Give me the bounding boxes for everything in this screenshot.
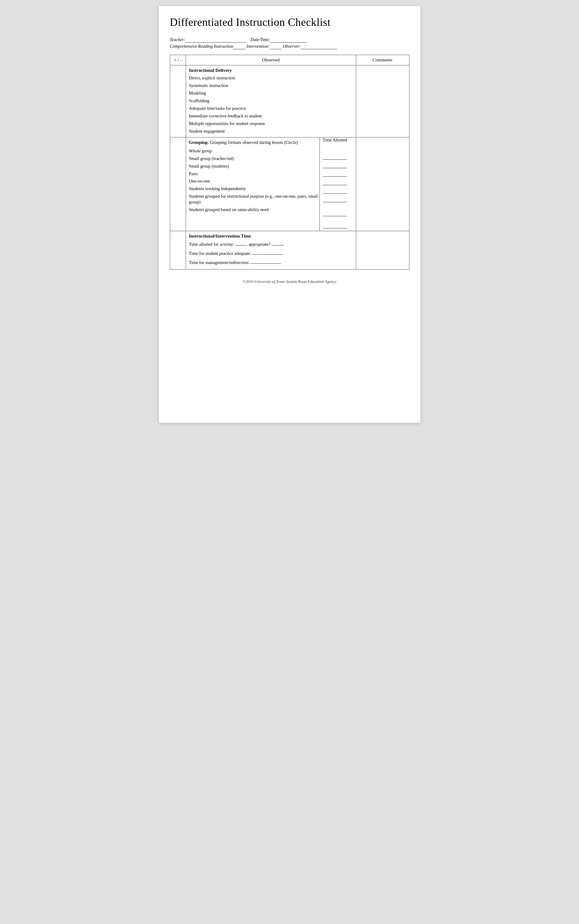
datetime-label: Date/Time: [250,37,270,42]
item-student-engagement: Student engagement [189,127,353,135]
grouping-item-instructional-purpose: Students grouped for instructional purpo… [189,192,319,206]
header-row-1: Teacher: Date/Time: [170,37,409,43]
instructional-delivery-row: Instructional Delivery Direct, explicit … [170,66,409,138]
item-immediate-feedback: Immediate corrective feedback to student [189,112,353,120]
time-allotted-label: Time Allotted [323,138,355,143]
comprehensive-label: Comprehensive Reading Instruction [170,44,234,49]
intervention-item-1: Time allotted for activity: appropriate? [189,240,353,249]
grouping-item-small-teacher: Small group (teacher-led) [189,154,319,162]
intervention-time-row: Instructional/Intervention Time Time all… [170,231,409,269]
plus-minus-cell-2[interactable] [170,138,186,231]
time-line-pairs[interactable] [323,180,347,185]
appropriate-field[interactable] [272,241,284,246]
practice-adequate-field[interactable] [252,250,283,255]
teacher-underline[interactable] [185,37,246,43]
item-adequate-time: Adequate time/tasks for practice [189,104,353,112]
item-direct-explicit: Direct, explicit instruction [189,74,353,82]
grouping-item-one-on-one: One-on-one [189,177,319,185]
grouping-item-pairs: Pairs [189,170,319,177]
instructional-delivery-title: Instructional Delivery [189,68,353,73]
item-modeling: Modeling [189,89,353,97]
activity-field[interactable] [235,241,247,246]
item-systematic: Systematic instruction [189,82,353,89]
item-scaffolding: Scaffolding [189,97,353,104]
grouping-item-same-ability: Students grouped based on same-ability n… [189,206,319,213]
page-title: Differentiated Instruction Checklist [170,16,409,29]
plus-minus-cell-1[interactable] [170,66,186,138]
grouping-item-small-students: Small group (students) [189,162,319,170]
comments-cell-1[interactable] [356,66,409,138]
grouping-title: Grouping: Grouping formats observed duri… [189,140,319,145]
time-line-same-ability[interactable] [323,223,347,228]
intervention-time-cell: Instructional/Intervention Time Time all… [186,231,356,269]
intervention-label: Intervention: [247,44,270,49]
time-line-small-students[interactable] [323,171,347,177]
grouping-right: Time Allotted [319,138,356,231]
time-line-independently[interactable] [323,197,347,202]
time-line-one-on-one[interactable] [323,188,347,194]
grouping-item-independently: Students working independently [189,185,319,192]
grouping-bold-label: Grouping: [189,140,209,145]
observer-underline[interactable] [301,44,337,49]
col-plus-minus-header: + / - [170,55,186,66]
intervention-item-2: Time for student practice adequate: [189,249,353,258]
grouping-left: Grouping: Grouping formats observed duri… [186,138,319,231]
instructional-delivery-cell: Instructional Delivery Direct, explicit … [186,66,356,138]
footer: ©2010 University of Texas System/Texas E… [170,279,409,284]
time-line-small-teacher[interactable] [323,163,347,168]
time-line-whole[interactable] [323,154,347,160]
management-field[interactable] [250,259,281,264]
intervention-underline[interactable] [270,44,282,49]
observer-label: Observer: [283,44,301,49]
grouping-row: Grouping: Grouping formats observed duri… [170,138,409,231]
page: Differentiated Instruction Checklist Tea… [159,6,420,423]
comments-cell-3[interactable] [356,231,409,269]
comprehensive-underline[interactable] [233,44,245,49]
comments-cell-2[interactable] [356,138,409,231]
header-row-2: Comprehensive Reading Instruction Interv… [170,44,409,49]
col-comments-header: Comments [356,55,409,66]
grouping-item-whole: Whole group [189,147,319,154]
time-line-instructional-purpose[interactable] [323,211,347,216]
grouping-cell: Grouping: Grouping formats observed duri… [186,138,356,231]
teacher-label: Teacher: [170,37,185,42]
header-fields: Teacher: Date/Time: Comprehensive Readin… [170,37,409,49]
grouping-section: Grouping: Grouping formats observed duri… [186,138,356,231]
col-observed-header: Observed [186,55,356,66]
intervention-item-3: Time for management/redirection: [189,258,353,267]
grouping-subtitle: Grouping formats observed during lesson … [210,140,298,145]
spacer-title [323,144,355,154]
main-table: + / - Observed Comments Instructional De… [170,55,409,269]
table-header-row: + / - Observed Comments [170,55,409,66]
plus-minus-cell-3[interactable] [170,231,186,269]
datetime-underline[interactable] [270,37,307,43]
item-multiple-opportunities: Multiple opportunities for student respo… [189,120,353,127]
intervention-time-title: Instructional/Intervention Time [189,234,353,239]
